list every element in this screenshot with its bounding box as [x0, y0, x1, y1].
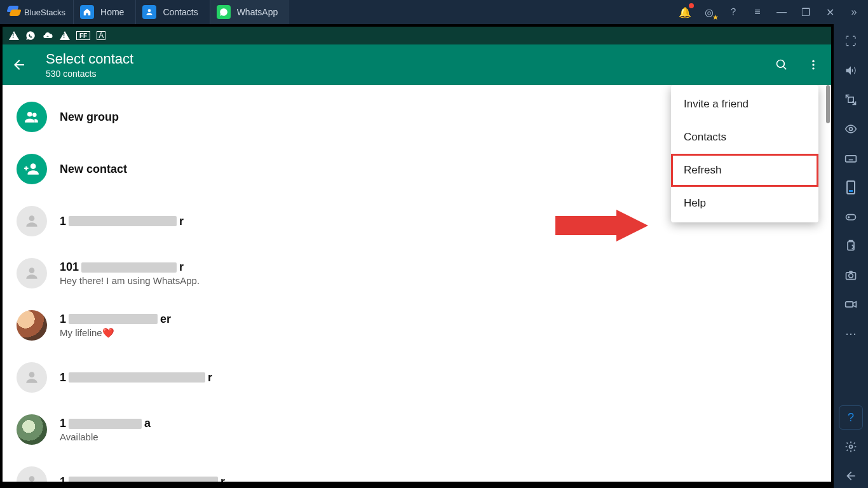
- tab-label: WhatsApp: [237, 7, 278, 17]
- svg-point-12: [850, 128, 853, 131]
- whatsapp-header: Select contact 530 contacts: [3, 44, 831, 85]
- warning-icon: [9, 31, 19, 40]
- tab-home[interactable]: Home: [73, 0, 135, 24]
- contact-row[interactable]: 1er My lifeline❤️: [3, 305, 831, 346]
- contact-avatar-placeholder: [17, 258, 47, 288]
- a-badge: A: [97, 31, 105, 40]
- titlebar-right-controls: 🔔 ◎★ ？ ≡ — ❐ ✕ »: [677, 4, 868, 20]
- contact-row[interactable]: 1r: [3, 357, 831, 398]
- bluestacks-side-panel: ⛶ ⋯ ?: [834, 24, 868, 488]
- contact-status: My lifeline❤️: [60, 327, 171, 339]
- header-title: Select contact: [46, 51, 133, 67]
- contact-avatar-placeholder: [17, 362, 47, 393]
- back-arrow-icon[interactable]: [11, 57, 27, 72]
- app-viewport: FF A Select contact 530 contacts: [0, 24, 834, 488]
- bluestacks-logo-icon: [8, 6, 20, 18]
- contact-status: Available: [60, 431, 151, 442]
- svg-rect-16: [846, 215, 856, 220]
- overflow-popup-menu: Invite a friend Contacts Refresh Help: [671, 85, 818, 222]
- bluestacks-titlebar: BlueStacks Home Contacts WhatsApp 🔔 ◎★ ？…: [0, 0, 868, 24]
- android-status-bar: FF A: [3, 27, 831, 44]
- brand-text: BlueStacks: [24, 8, 65, 17]
- svg-point-2: [812, 64, 814, 65]
- settings-icon[interactable]: [839, 435, 863, 459]
- contact-row[interactable]: 101r Hey there! I am using WhatsApp.: [3, 253, 831, 294]
- svg-point-6: [31, 163, 36, 169]
- fullscreen-icon[interactable]: ⛶: [839, 29, 863, 53]
- contact-avatar-placeholder: [17, 206, 47, 236]
- help-side-icon[interactable]: ?: [839, 405, 863, 430]
- contact-avatar-photo: [17, 414, 47, 445]
- contact-name: 1r: [60, 371, 212, 384]
- group-icon: [17, 102, 47, 132]
- contacts-icon: [142, 5, 156, 19]
- contact-list-area: New group New contact: [3, 85, 831, 482]
- crop-icon[interactable]: [839, 88, 863, 112]
- svg-point-0: [148, 9, 151, 12]
- svg-point-9: [29, 372, 35, 377]
- eye-icon[interactable]: [839, 117, 863, 141]
- camera-icon[interactable]: [839, 263, 863, 287]
- tab-label: Contacts: [163, 7, 198, 17]
- contact-status: Hey there! I am using WhatsApp.: [60, 275, 200, 286]
- header-subtitle: 530 contacts: [46, 69, 133, 79]
- menu-contacts[interactable]: Contacts: [671, 121, 818, 154]
- collapse-sidebar-icon[interactable]: »: [846, 4, 862, 20]
- search-icon[interactable]: [775, 58, 788, 71]
- contact-row[interactable]: 1a Available: [3, 409, 831, 450]
- contact-name: 1a: [60, 417, 151, 430]
- svg-point-21: [850, 445, 853, 449]
- svg-point-4: [27, 112, 32, 117]
- bluestacks-logo: BlueStacks: [0, 6, 73, 18]
- svg-point-7: [29, 215, 35, 221]
- contact-name: 1er: [60, 313, 171, 326]
- svg-point-5: [32, 113, 37, 118]
- help-icon[interactable]: ？: [726, 4, 741, 20]
- clipboard-icon[interactable]: [839, 234, 863, 258]
- new-group-label: New group: [60, 111, 119, 124]
- scrollbar[interactable]: [826, 85, 830, 123]
- close-icon[interactable]: ✕: [822, 4, 837, 20]
- contact-name: 101r: [60, 261, 200, 274]
- svg-rect-13: [846, 156, 857, 162]
- back-side-icon[interactable]: [839, 464, 863, 488]
- svg-rect-20: [846, 302, 853, 307]
- more-icon[interactable]: ⋯: [839, 322, 863, 346]
- contact-row[interactable]: 1r: [3, 461, 831, 482]
- menu-help[interactable]: Help: [671, 187, 818, 220]
- hamburger-menu-icon[interactable]: ≡: [750, 4, 765, 20]
- gamepad-icon[interactable]: [839, 205, 863, 229]
- home-icon: [80, 5, 94, 19]
- contact-avatar-placeholder: [17, 466, 47, 482]
- ff-badge: FF: [76, 31, 90, 40]
- menu-refresh[interactable]: Refresh: [671, 154, 818, 187]
- tab-contacts[interactable]: Contacts: [135, 0, 209, 24]
- warning-icon: [60, 31, 70, 40]
- tab-label: Home: [100, 7, 124, 17]
- maximize-icon[interactable]: ❐: [798, 4, 813, 20]
- overflow-menu-icon[interactable]: [807, 58, 820, 71]
- cloud-icon: [42, 30, 53, 41]
- svg-rect-15: [849, 190, 853, 192]
- record-icon[interactable]: [839, 292, 863, 316]
- minimize-icon[interactable]: —: [774, 4, 789, 20]
- add-contact-icon: [17, 154, 47, 184]
- tab-whatsapp[interactable]: WhatsApp: [210, 0, 290, 24]
- svg-point-1: [812, 60, 814, 62]
- svg-point-3: [812, 67, 814, 69]
- notification-bell-icon[interactable]: 🔔: [677, 4, 693, 20]
- target-icon[interactable]: ◎★: [702, 4, 717, 20]
- contact-avatar-photo: [17, 310, 47, 341]
- new-contact-label: New contact: [60, 163, 127, 176]
- svg-point-8: [29, 268, 35, 273]
- svg-point-10: [29, 476, 35, 482]
- contact-name: 1r: [60, 475, 225, 482]
- whatsapp-icon: [217, 5, 231, 19]
- speaker-icon[interactable]: [839, 58, 863, 83]
- svg-point-19: [849, 274, 853, 278]
- whatsapp-status-icon: [25, 30, 36, 41]
- device-icon[interactable]: [839, 175, 863, 200]
- keyboard-icon[interactable]: [839, 146, 863, 170]
- contact-name: 1r: [60, 215, 184, 228]
- menu-invite-friend[interactable]: Invite a friend: [671, 88, 818, 121]
